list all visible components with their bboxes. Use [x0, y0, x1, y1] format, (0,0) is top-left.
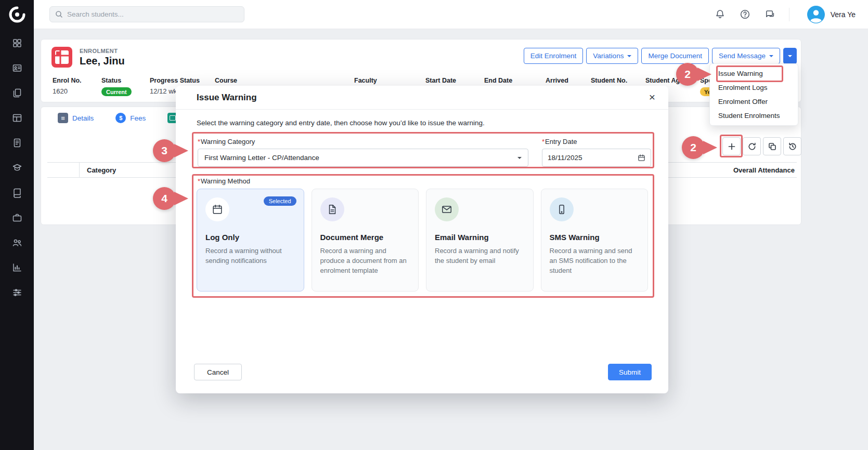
chat-icon: [765, 9, 775, 20]
send-message-button[interactable]: Send Message: [712, 48, 780, 64]
history-button[interactable]: [783, 137, 801, 155]
variations-label: Variations: [593, 52, 624, 60]
attendance-header: Overall Attendance: [733, 166, 797, 174]
sidebar-nav: [11, 37, 23, 298]
edit-enrolment-button[interactable]: Edit Enrolment: [524, 48, 584, 64]
document-icon: [327, 204, 338, 215]
sidebar: [0, 0, 34, 450]
academics-icon[interactable]: [11, 162, 23, 174]
method-document-merge[interactable]: Document Merge Record a warning and prod…: [312, 189, 419, 292]
menu-item-issue-warning[interactable]: Issue Warning: [710, 67, 798, 81]
topbar-actions: Vera Ye: [714, 6, 868, 23]
summary-enrol-no: Enrol No.1620: [53, 77, 82, 95]
method-description: Record a warning and notify the student …: [435, 246, 525, 266]
enrolment-app-icon: [51, 47, 72, 68]
reports-icon[interactable]: [11, 262, 23, 273]
dashboard-icon[interactable]: [11, 37, 23, 49]
email-icon: [441, 204, 452, 215]
app-window: Vera Ye ENROLMENT Lee, Jinu Edit Enrolme…: [0, 0, 868, 450]
annotation-arrow: [174, 144, 188, 157]
method-log-only[interactable]: Selected Log Only Record a warning witho…: [197, 189, 304, 292]
tab-details[interactable]: Details: [58, 113, 94, 123]
app-logo: [0, 0, 34, 29]
modal-title: Issue Warning: [197, 92, 257, 103]
help-button[interactable]: [739, 8, 752, 21]
smartphone-icon: [556, 204, 567, 215]
enrolment-actions: Edit Enrolment Variations Merge Document…: [524, 48, 797, 64]
issue-warning-modal: Issue Warning × Select the warning categ…: [176, 86, 668, 393]
students-icon[interactable]: [11, 62, 23, 74]
method-title: SMS Warning: [550, 233, 640, 242]
section-label: ENROLMENT: [80, 48, 125, 54]
menu-item-enrolment-logs[interactable]: Enrolment Logs: [710, 81, 798, 95]
agents-icon[interactable]: [11, 237, 23, 248]
chat-button[interactable]: [764, 8, 776, 21]
modal-description: Select the warning category and entry da…: [197, 119, 485, 127]
submit-button[interactable]: Submit: [608, 364, 652, 380]
menu-item-enrolment-offer[interactable]: Enrolment Offer: [710, 95, 798, 109]
method-email-warning[interactable]: Email Warning Record a warning and notif…: [426, 189, 534, 292]
method-title: Log Only: [205, 233, 295, 242]
variations-button[interactable]: Variations: [586, 48, 638, 64]
chevron-down-icon: [627, 55, 631, 57]
refresh-button[interactable]: [743, 137, 761, 155]
warning-category-select[interactable]: First Warning Letter - CP/Attendance: [198, 149, 528, 167]
page-title: Lee, Jinu: [80, 55, 125, 67]
summary-status: StatusCurrent: [101, 77, 132, 96]
search-input[interactable]: [67, 10, 239, 18]
user-name: Vera Ye: [831, 10, 856, 19]
enrolments-icon[interactable]: [11, 87, 23, 99]
chevron-down-icon: [769, 55, 773, 57]
search-box[interactable]: [49, 6, 244, 22]
search-icon: [55, 10, 63, 18]
entry-date-label: *Entry Date: [542, 138, 577, 145]
warning-method-options: Selected Log Only Record a warning witho…: [197, 189, 648, 292]
logo-icon: [8, 6, 26, 23]
user-menu[interactable]: Vera Ye: [807, 6, 856, 23]
send-message-menu: Issue Warning Enrolment Logs Enrolment O…: [709, 63, 798, 126]
warning-category-label: *Warning Category: [198, 138, 255, 145]
table-select-column: [47, 163, 80, 177]
avatar: [807, 6, 825, 23]
tab-bar: Details Fees Sch: [58, 113, 195, 123]
annotation-arrow: [697, 68, 711, 81]
plus-icon: [727, 142, 736, 151]
help-icon: [740, 9, 750, 20]
selected-badge: Selected: [264, 196, 296, 206]
calendar-icon: [638, 154, 645, 162]
invoices-icon[interactable]: [11, 137, 23, 149]
annotation-step-2-menu: 2: [676, 63, 699, 86]
method-description: Record a warning without sending notific…: [205, 246, 295, 266]
divider: [789, 8, 789, 21]
chevron-down-icon: [788, 55, 792, 57]
method-description: Record a warning and send an SMS notific…: [550, 246, 640, 276]
method-sms-warning[interactable]: SMS Warning Record a warning and send an…: [541, 189, 649, 292]
notifications-button[interactable]: [714, 8, 727, 21]
category-header: Category: [80, 166, 116, 174]
employment-icon[interactable]: [11, 212, 23, 223]
add-warning-button[interactable]: [722, 137, 741, 155]
entry-date-input[interactable]: 18/11/2025: [542, 149, 651, 167]
status-badge: Current: [101, 87, 132, 96]
library-icon[interactable]: [11, 187, 23, 198]
close-icon[interactable]: ×: [645, 90, 659, 104]
cancel-button[interactable]: Cancel: [194, 364, 242, 380]
warnings-toolbar: [722, 137, 801, 155]
warning-method-label: *Warning Method: [198, 177, 250, 185]
calendar-icon: [212, 204, 223, 215]
edit-enrolment-label: Edit Enrolment: [530, 52, 577, 60]
send-message-label: Send Message: [719, 52, 766, 60]
annotation-arrow: [174, 192, 188, 205]
annotation-step-2-add: 2: [682, 136, 705, 159]
menu-item-student-enrolments[interactable]: Student Enrolments: [710, 109, 798, 123]
copy-button[interactable]: [763, 137, 781, 155]
courses-icon[interactable]: [11, 112, 23, 124]
merge-document-label: Merge Document: [648, 52, 702, 60]
annotation-step-3: 3: [153, 139, 176, 162]
annotation-step-4: 4: [153, 187, 176, 210]
merge-document-button[interactable]: Merge Document: [641, 48, 709, 64]
tab-fees[interactable]: Fees: [115, 113, 146, 123]
more-actions-button[interactable]: [783, 48, 797, 64]
fees-tab-icon: [115, 113, 126, 123]
settings-icon[interactable]: [11, 287, 23, 298]
